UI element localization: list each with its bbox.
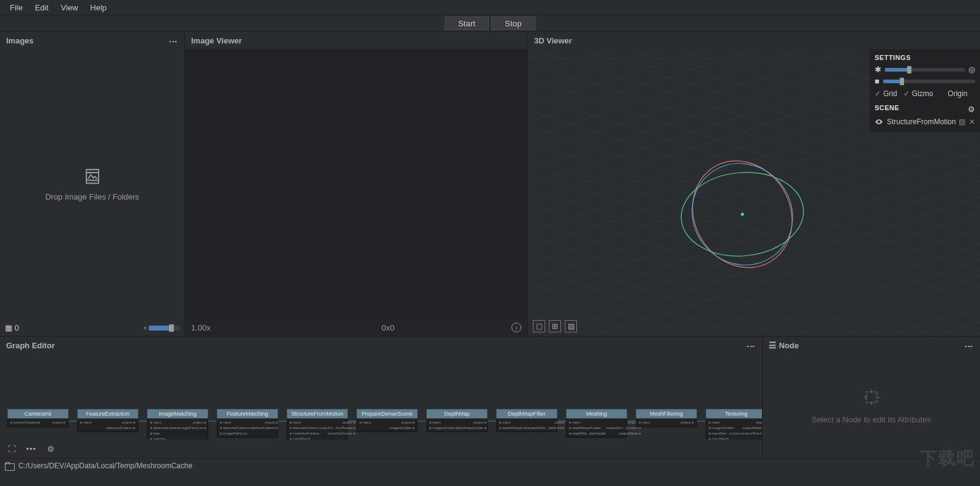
scene-settings-icon[interactable]: ⚙ [968, 105, 975, 114]
node-panel-menu-icon[interactable] [964, 342, 974, 349]
menu-file[interactable]: File [4, 2, 29, 13]
menu-help[interactable]: Help [84, 2, 113, 13]
node-preparedensescene[interactable]: PrepareDenseSceneinputoutputimagesFolder [356, 409, 418, 432]
viewer3d-settings: SETTINGS ✱◎ ■ Grid Gizmo Origin SCENE ⚙ … [870, 49, 980, 132]
image-viewer-title: Image Viewer [191, 36, 242, 45]
info-icon[interactable]: i [511, 323, 521, 332]
toggle-gizmo[interactable]: Gizmo [903, 89, 933, 98]
graph-settings-icon[interactable]: ⚙ [44, 442, 58, 455]
node-structurefrommotion[interactable]: StructureFromMotioninputfeaturesFoldersm… [287, 409, 348, 439]
image-dimensions: 0x0 [265, 323, 511, 332]
node-panel: ☰ Node Select a Node to edit its Attribu… [762, 337, 980, 458]
layers-icon[interactable]: ▧ [959, 118, 965, 126]
viewer3d-title: 3D Viewer [534, 36, 572, 45]
node-featureextraction[interactable]: FeatureExtractioninputoutputfeaturesFold… [77, 409, 138, 432]
graph-editor-panel: Graph Editor CameraInitsensorDatabaseout… [0, 337, 762, 458]
zoom-level: 1.00x [191, 323, 265, 332]
menubar: File Edit View Help [0, 0, 980, 15]
start-button[interactable]: Start [445, 17, 489, 30]
graph-editor-menu-icon[interactable] [746, 342, 756, 349]
node-meshfiltering[interactable]: MeshFilteringinputoutput [636, 409, 697, 427]
graph-more-icon[interactable] [24, 442, 38, 455]
toggle-origin[interactable]: Origin [939, 89, 967, 98]
remove-icon[interactable]: ✕ [969, 118, 975, 126]
svg-rect-6 [866, 392, 877, 403]
tune-icon: ☰ [769, 340, 777, 350]
node-meshing[interactable]: MeshinginputdepthMapsFolderdepthMa...ilt… [566, 409, 627, 438]
graph-editor-title: Graph Editor [6, 341, 55, 350]
view-grid-icon[interactable]: ⊞ [549, 320, 561, 332]
settings-heading: SETTINGS [875, 54, 975, 61]
node-camerainit[interactable]: CameraInitsensorDatabaseoutput [7, 409, 69, 427]
image-icon [82, 166, 103, 185]
node-empty-hint: Select a Node to edit its Attributes [812, 415, 931, 424]
image-viewer-canvas[interactable] [185, 49, 527, 319]
camera-scale-slider[interactable]: ■ [875, 77, 975, 86]
statusbar: C:/Users/DEV/AppData/Local/Temp/Meshroom… [0, 458, 980, 473]
folder-icon[interactable] [5, 462, 13, 469]
images-panel-menu-icon[interactable] [168, 37, 178, 44]
image-viewer-panel: Image Viewer 1.00x 0x0 i [185, 32, 528, 336]
image-drop-zone[interactable]: Drop Image Files / Folders [0, 49, 184, 319]
node-depthmap[interactable]: DepthMapinputimagesFolderoutputdepthMaps… [426, 409, 488, 432]
image-drop-hint: Drop Image Files / Folders [45, 192, 139, 201]
menu-view[interactable]: View [55, 2, 84, 13]
menu-edit[interactable]: Edit [29, 2, 55, 13]
node-featurematching[interactable]: FeatureMatchinginputfeaturesFoldersimage… [217, 409, 278, 438]
scene-item-sfm[interactable]: StructureFromMotion ▧✕ [875, 115, 975, 129]
graph-canvas[interactable]: CameraInitsensorDatabaseoutputFeatureExt… [0, 354, 762, 439]
image-count: ▦ 0 [5, 323, 19, 332]
eye-icon [875, 118, 883, 126]
view-bbox-icon[interactable]: ▢ [533, 320, 545, 332]
point-size-slider[interactable]: ✱◎ [875, 65, 975, 74]
images-panel-title: Images [6, 36, 34, 45]
fit-view-icon[interactable]: ⛶ [5, 442, 18, 455]
cache-path: C:/Users/DEV/AppData/Local/Temp/Meshroom… [18, 462, 192, 470]
thumb-size-control[interactable]: ▫ [144, 323, 179, 332]
stop-button[interactable]: Stop [491, 17, 535, 30]
node-imagematching[interactable]: ImageMatchinginputfeaturesFolderstreewei… [147, 409, 208, 439]
scene-heading: SCENE [875, 104, 899, 111]
svg-point-5 [741, 213, 744, 216]
node-texturing[interactable]: TexturinginputimagesFolderinputDen...tru… [706, 409, 762, 439]
node-panel-title: Node [779, 341, 799, 350]
node-depthmapfilter[interactable]: DepthMapFilterinputdepthMapsFolderoutput… [496, 409, 557, 432]
images-panel: Images Drop Image Files / Folders ▦ 0 ▫ [0, 32, 185, 336]
toolbar: Start Stop [0, 15, 980, 32]
view-shade-icon[interactable]: ▨ [565, 320, 577, 332]
select-target-icon [862, 388, 881, 406]
toggle-grid[interactable]: Grid [875, 89, 897, 98]
viewer3d-panel: 3D Viewer ▢ ⊞ ▨ SETTINGS [528, 32, 980, 336]
